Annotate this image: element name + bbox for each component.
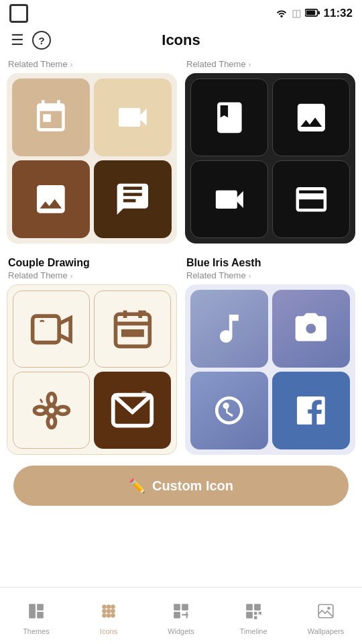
theme-card-dark: Related Theme › <box>185 59 355 244</box>
nav-item-widgets[interactable]: Widgets <box>145 588 217 644</box>
icon-drawing-mail[interactable] <box>94 372 171 449</box>
nav-item-icons[interactable]: Icons <box>72 588 145 644</box>
svg-rect-13 <box>37 612 44 619</box>
header: ☰ ? Icons <box>0 25 362 56</box>
icon-grid-warm <box>7 73 177 244</box>
nav-item-themes[interactable]: Themes <box>0 588 72 644</box>
theme-card-warm: Related Theme › <box>7 59 177 244</box>
status-square <box>9 4 28 23</box>
blue-name: Blue Iris Aesth <box>185 257 355 269</box>
svg-point-7 <box>48 416 55 427</box>
svg-point-6 <box>48 393 55 405</box>
svg-point-14 <box>102 604 107 609</box>
wifi-icon <box>276 8 288 19</box>
timeline-nav-icon <box>245 602 262 625</box>
svg-rect-28 <box>246 604 253 610</box>
pencil-icon: ✏️ <box>129 478 145 494</box>
battery-icon <box>305 8 320 19</box>
icon-calendar[interactable] <box>12 78 90 156</box>
icon-camera-blue[interactable] <box>272 290 350 368</box>
svg-rect-27 <box>186 612 188 619</box>
icon-grid-couple <box>7 284 177 455</box>
icon-image[interactable] <box>272 78 350 156</box>
icon-podcast[interactable] <box>190 372 268 449</box>
chevron-icon: › <box>249 60 251 68</box>
svg-rect-23 <box>174 604 180 610</box>
custom-icon-button[interactable]: ✏️ Custom Icon <box>13 466 349 506</box>
themes-icon <box>27 602 45 625</box>
icon-message[interactable] <box>94 160 172 238</box>
nav-item-timeline[interactable]: Timeline <box>217 588 290 644</box>
svg-point-8 <box>34 407 46 414</box>
icon-camera[interactable] <box>94 78 172 156</box>
wallpapers-nav-icon <box>317 602 335 625</box>
icon-facebook[interactable] <box>272 372 350 449</box>
svg-rect-1 <box>306 10 315 15</box>
chevron-icon: › <box>70 272 73 280</box>
svg-point-5 <box>46 405 56 415</box>
icon-gallery[interactable] <box>12 160 90 238</box>
svg-point-16 <box>111 604 115 609</box>
themes-grid: Related Theme › Related <box>7 59 355 455</box>
related-theme-blue[interactable]: Related Theme › <box>185 270 355 280</box>
theme-card-blue: Blue Iris Aesth Related Theme › <box>185 252 355 455</box>
related-theme-warm[interactable]: Related Theme › <box>7 59 177 69</box>
icon-drawing-calendar[interactable] <box>94 290 171 368</box>
signal-icon: ◫ <box>292 7 301 19</box>
widgets-nav-icon <box>172 602 190 625</box>
icon-book[interactable] <box>190 78 268 156</box>
icon-grid-dark <box>185 73 355 244</box>
svg-point-9 <box>57 407 68 414</box>
nav-item-wallpapers[interactable]: Wallpapers <box>290 588 362 644</box>
svg-point-36 <box>327 606 330 609</box>
couple-name: Couple Drawing <box>7 257 177 269</box>
icon-drawing-video[interactable] <box>13 290 90 368</box>
chevron-icon: › <box>249 272 251 280</box>
svg-rect-33 <box>254 616 257 619</box>
svg-point-22 <box>111 613 115 618</box>
related-theme-dark[interactable]: Related Theme › <box>185 59 355 69</box>
svg-rect-34 <box>259 613 260 614</box>
svg-rect-29 <box>254 604 261 610</box>
svg-rect-11 <box>29 604 36 619</box>
status-right: ◫ 11:32 <box>276 7 353 20</box>
related-theme-couple[interactable]: Related Theme › <box>7 270 177 280</box>
icon-video[interactable] <box>190 160 268 238</box>
svg-rect-24 <box>182 604 188 610</box>
menu-icon[interactable]: ☰ <box>11 32 24 49</box>
svg-rect-30 <box>246 612 253 619</box>
status-bar: ◫ 11:32 <box>0 0 362 25</box>
icon-music[interactable] <box>190 290 268 368</box>
svg-point-18 <box>107 608 111 613</box>
page-title: Icons <box>162 32 200 49</box>
chevron-icon: › <box>70 60 73 68</box>
theme-card-couple: Couple Drawing Related Theme › <box>7 252 177 455</box>
svg-rect-25 <box>174 612 180 619</box>
svg-point-19 <box>111 608 115 613</box>
icon-drawing-flower[interactable] <box>13 372 90 449</box>
time: 11:32 <box>324 7 353 20</box>
icons-nav-icon <box>100 602 117 625</box>
icon-grid-blue <box>185 284 355 455</box>
svg-rect-3 <box>32 316 59 343</box>
svg-point-17 <box>102 608 107 613</box>
svg-rect-2 <box>318 11 320 14</box>
svg-point-21 <box>107 613 111 618</box>
bottom-nav: Themes Icons <box>0 587 362 644</box>
help-button[interactable]: ? <box>32 31 51 50</box>
svg-point-20 <box>102 613 107 618</box>
svg-rect-12 <box>37 604 44 610</box>
content: Related Theme › Related <box>0 56 362 506</box>
svg-rect-31 <box>254 612 257 614</box>
svg-point-15 <box>107 604 111 609</box>
icon-card[interactable] <box>272 160 350 238</box>
